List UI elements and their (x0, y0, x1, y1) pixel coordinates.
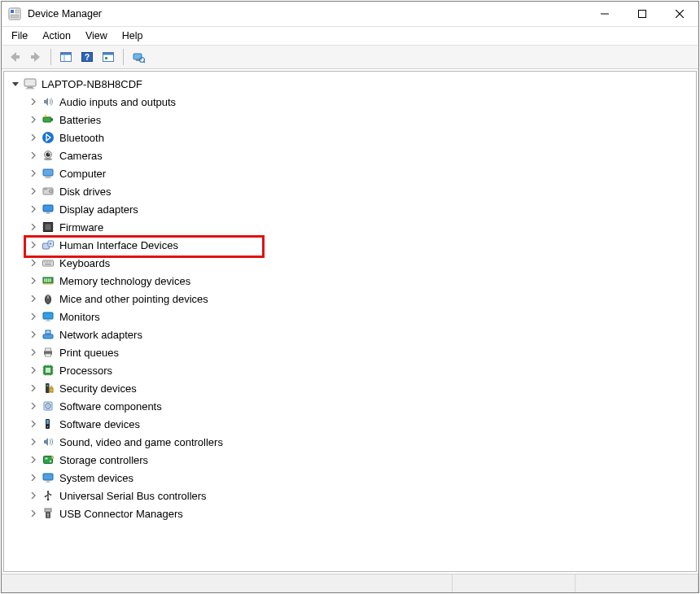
bluetooth-icon (42, 131, 55, 144)
properties-button[interactable] (98, 47, 118, 67)
chevron-right-icon[interactable] (28, 437, 38, 447)
titlebar: Device Manager (2, 2, 698, 27)
menu-action[interactable]: Action (36, 29, 79, 42)
device-category[interactable]: Software devices (6, 415, 696, 433)
menu-file[interactable]: File (5, 29, 36, 42)
tree-root[interactable]: LAPTOP-NB8H8CDF (6, 75, 696, 93)
app-icon (8, 7, 21, 20)
forward-button[interactable] (26, 47, 46, 67)
scan-hardware-button[interactable] (129, 47, 148, 67)
menu-view[interactable]: View (79, 29, 116, 42)
device-category[interactable]: USB Connector Managers (6, 504, 696, 522)
device-tree[interactable]: LAPTOP-NB8H8CDFAudio inputs and outputsB… (3, 71, 697, 572)
device-category[interactable]: Computer (6, 164, 696, 182)
device-category[interactable]: Storage controllers (6, 451, 696, 469)
svg-rect-59 (44, 278, 46, 282)
device-category[interactable]: Firmware (6, 218, 696, 236)
device-category[interactable]: Human Interface Devices (6, 236, 696, 254)
svg-rect-32 (46, 177, 50, 177)
chevron-right-icon[interactable] (28, 133, 38, 142)
chevron-right-icon[interactable] (28, 330, 38, 339)
svg-point-106 (45, 496, 46, 497)
svg-text:?: ? (85, 53, 90, 62)
chevron-right-icon[interactable] (28, 97, 38, 107)
svg-rect-99 (46, 458, 48, 460)
device-category[interactable]: Print queues (6, 343, 696, 361)
hid-icon (42, 238, 55, 251)
svg-rect-63 (43, 283, 53, 285)
chevron-right-icon[interactable] (28, 401, 38, 411)
device-category[interactable]: Security devices (6, 379, 696, 397)
show-hide-console-tree-button[interactable] (56, 47, 76, 67)
chevron-right-icon[interactable] (28, 115, 38, 124)
help-button[interactable]: ? (77, 47, 97, 67)
chevron-right-icon[interactable] (28, 491, 38, 500)
svg-point-94 (47, 405, 49, 407)
chevron-right-icon[interactable] (28, 509, 38, 518)
device-category[interactable]: Network adapters (6, 325, 696, 343)
svg-rect-66 (43, 312, 53, 319)
device-category[interactable]: Monitors (6, 308, 696, 325)
device-category[interactable]: Sound, video and game controllers (6, 433, 696, 451)
minimize-button[interactable] (586, 2, 623, 26)
chevron-right-icon[interactable] (28, 419, 38, 429)
chevron-right-icon[interactable] (28, 222, 38, 232)
chevron-right-icon[interactable] (28, 258, 38, 268)
device-category-label: Security devices (59, 382, 137, 395)
svg-point-29 (46, 153, 50, 157)
svg-rect-57 (45, 264, 51, 264)
chevron-right-icon[interactable] (28, 276, 38, 286)
svg-rect-56 (50, 262, 51, 263)
chevron-right-icon[interactable] (28, 168, 38, 178)
svg-rect-67 (47, 319, 50, 320)
chevron-right-icon[interactable] (28, 383, 38, 393)
device-category-label: Batteries (59, 114, 101, 126)
device-category[interactable]: Display adapters (6, 200, 696, 218)
device-category-label: Disk drives (59, 186, 112, 198)
svg-rect-61 (48, 278, 50, 282)
computer-root-icon (24, 77, 37, 90)
device-category[interactable]: Keyboards (6, 254, 696, 272)
chevron-right-icon[interactable] (28, 473, 38, 483)
device-category[interactable]: Audio inputs and outputs (6, 93, 696, 111)
device-category[interactable]: Cameras (6, 146, 696, 164)
device-category[interactable]: Software components (6, 397, 696, 415)
device-category[interactable]: Memory technology devices (6, 272, 696, 290)
chevron-right-icon[interactable] (28, 204, 38, 214)
device-category-label: Computer (59, 168, 106, 180)
chevron-right-icon[interactable] (28, 312, 38, 321)
device-category[interactable]: Universal Serial Bus controllers (6, 487, 696, 504)
chevron-right-icon[interactable] (28, 240, 38, 250)
maximize-button[interactable] (623, 2, 661, 26)
chevron-right-icon[interactable] (28, 151, 38, 160)
svg-rect-1 (11, 10, 14, 13)
device-category[interactable]: Mice and other pointing devices (6, 290, 696, 308)
device-category-label: Memory technology devices (59, 275, 190, 287)
statusbar (2, 574, 698, 592)
svg-rect-20 (24, 79, 36, 86)
status-segment (453, 574, 575, 592)
menu-help[interactable]: Help (116, 29, 151, 42)
usb-conn-icon (42, 507, 55, 520)
chevron-right-icon[interactable] (28, 365, 38, 375)
device-category[interactable]: Bluetooth (6, 129, 696, 146)
close-button[interactable] (661, 2, 698, 26)
toolbar: ? (2, 46, 698, 69)
device-category-label: Monitors (59, 311, 100, 323)
svg-rect-60 (46, 278, 48, 282)
chevron-right-icon[interactable] (28, 455, 38, 465)
chevron-right-icon[interactable] (28, 186, 38, 196)
svg-rect-68 (46, 321, 50, 321)
chevron-right-icon[interactable] (28, 347, 38, 357)
back-button[interactable] (5, 47, 24, 67)
device-category[interactable]: Processors (6, 361, 696, 379)
svg-rect-107 (50, 494, 52, 496)
device-category[interactable]: Batteries (6, 111, 696, 129)
device-category-label: Display adapters (59, 203, 138, 216)
chevron-down-icon[interactable] (11, 79, 20, 89)
device-category[interactable]: Disk drives (6, 182, 696, 200)
status-segment (2, 574, 453, 592)
device-category-label: System devices (59, 472, 133, 484)
chevron-right-icon[interactable] (28, 294, 38, 304)
device-category[interactable]: System devices (6, 469, 696, 487)
